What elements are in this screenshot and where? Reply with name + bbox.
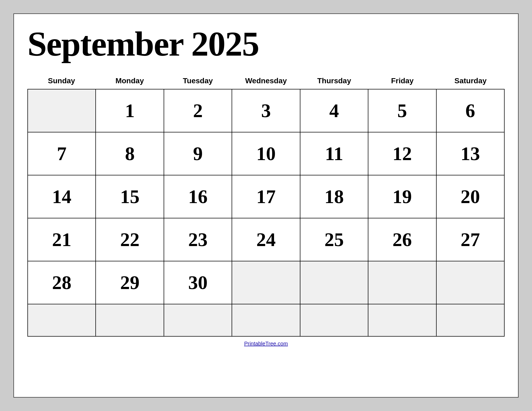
day-number: 19 bbox=[374, 179, 430, 214]
calendar-cell: 24 bbox=[232, 218, 300, 261]
day-number: 26 bbox=[374, 222, 430, 257]
day-number: 7 bbox=[33, 136, 90, 171]
calendar-cell: 6 bbox=[437, 89, 505, 132]
day-header-monday: Monday bbox=[96, 74, 164, 88]
calendar-grid: 1234567891011121314151617181920212223242… bbox=[27, 89, 505, 337]
day-number: 25 bbox=[306, 222, 362, 257]
calendar-cell bbox=[232, 261, 300, 304]
day-number: 11 bbox=[306, 136, 362, 171]
day-number: 13 bbox=[442, 136, 499, 171]
calendar-cell: 7 bbox=[28, 132, 96, 175]
day-number: 6 bbox=[442, 93, 499, 128]
calendar-cell: 19 bbox=[368, 175, 436, 218]
calendar-container: SundayMondayTuesdayWednesdayThursdayFrid… bbox=[27, 74, 505, 337]
day-number: 22 bbox=[101, 222, 158, 257]
day-number: 20 bbox=[442, 179, 499, 214]
calendar-cell bbox=[232, 304, 300, 337]
day-number: 2 bbox=[170, 93, 226, 128]
calendar-cell: 27 bbox=[437, 218, 505, 261]
calendar-cell: 17 bbox=[232, 175, 300, 218]
calendar-page: September 2025 SundayMondayTuesdayWednes… bbox=[13, 13, 519, 398]
calendar-cell bbox=[368, 304, 436, 337]
day-number: 23 bbox=[170, 222, 226, 257]
day-number: 18 bbox=[306, 179, 362, 214]
day-number: 4 bbox=[306, 93, 362, 128]
calendar-cell: 30 bbox=[164, 261, 232, 304]
day-header-wednesday: Wednesday bbox=[232, 74, 300, 88]
calendar-cell: 4 bbox=[300, 89, 368, 132]
calendar-cell bbox=[300, 304, 368, 337]
day-headers: SundayMondayTuesdayWednesdayThursdayFrid… bbox=[27, 74, 505, 88]
day-number: 8 bbox=[101, 136, 158, 171]
calendar-cell bbox=[28, 89, 96, 132]
day-header-tuesday: Tuesday bbox=[164, 74, 232, 88]
day-number: 12 bbox=[374, 136, 430, 171]
day-number: 1 bbox=[101, 93, 158, 128]
calendar-cell: 9 bbox=[164, 132, 232, 175]
calendar-cell: 25 bbox=[300, 218, 368, 261]
day-header-sunday: Sunday bbox=[27, 74, 96, 88]
calendar-cell: 13 bbox=[437, 132, 505, 175]
calendar-cell: 18 bbox=[300, 175, 368, 218]
calendar-cell: 15 bbox=[96, 175, 164, 218]
calendar-cell bbox=[437, 261, 505, 304]
day-number: 21 bbox=[33, 222, 90, 257]
calendar-cell: 20 bbox=[437, 175, 505, 218]
calendar-cell: 21 bbox=[28, 218, 96, 261]
day-header-thursday: Thursday bbox=[300, 74, 368, 88]
day-number: 30 bbox=[170, 265, 226, 300]
calendar-cell: 22 bbox=[96, 218, 164, 261]
calendar-title: September 2025 bbox=[27, 25, 505, 63]
calendar-cell bbox=[368, 261, 436, 304]
calendar-cell: 8 bbox=[96, 132, 164, 175]
calendar-cell: 10 bbox=[232, 132, 300, 175]
day-number: 14 bbox=[33, 179, 90, 214]
calendar-cell bbox=[28, 304, 96, 337]
day-number: 15 bbox=[101, 179, 158, 214]
calendar-cell: 16 bbox=[164, 175, 232, 218]
day-number: 3 bbox=[238, 93, 294, 128]
calendar-cell: 26 bbox=[368, 218, 436, 261]
day-number: 27 bbox=[442, 222, 499, 257]
footer-link[interactable]: PrintableTree.com bbox=[244, 341, 288, 347]
day-header-friday: Friday bbox=[368, 74, 437, 88]
day-number: 17 bbox=[238, 179, 294, 214]
day-number: 10 bbox=[238, 136, 294, 171]
day-number: 29 bbox=[101, 265, 158, 300]
calendar-cell bbox=[164, 304, 232, 337]
calendar-cell bbox=[300, 261, 368, 304]
calendar-cell: 3 bbox=[232, 89, 300, 132]
calendar-cell: 23 bbox=[164, 218, 232, 261]
calendar-cell: 14 bbox=[28, 175, 96, 218]
calendar-cell bbox=[96, 304, 164, 337]
day-number: 9 bbox=[170, 136, 226, 171]
footer: PrintableTree.com bbox=[27, 341, 505, 347]
calendar-cell bbox=[437, 304, 505, 337]
calendar-cell: 2 bbox=[164, 89, 232, 132]
calendar-cell: 28 bbox=[28, 261, 96, 304]
calendar-cell: 11 bbox=[300, 132, 368, 175]
day-number: 28 bbox=[33, 265, 90, 300]
day-number: 16 bbox=[170, 179, 226, 214]
day-number: 5 bbox=[374, 93, 430, 128]
calendar-cell: 12 bbox=[368, 132, 436, 175]
day-header-saturday: Saturday bbox=[436, 74, 505, 88]
calendar-cell: 1 bbox=[96, 89, 164, 132]
day-number: 24 bbox=[238, 222, 294, 257]
calendar-cell: 5 bbox=[368, 89, 436, 132]
calendar-cell: 29 bbox=[96, 261, 164, 304]
